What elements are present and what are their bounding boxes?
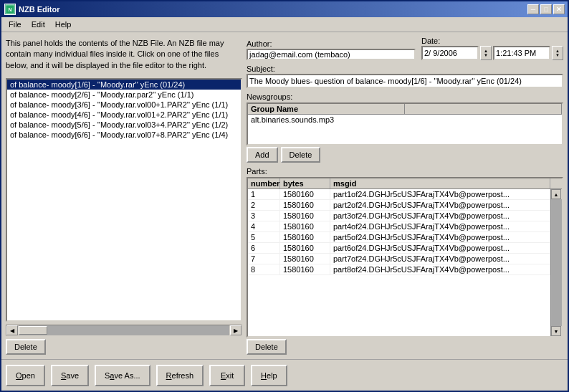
menu-file[interactable]: File	[4, 19, 26, 30]
time-input[interactable]	[493, 46, 550, 60]
left-buttons: Delete	[6, 339, 242, 355]
bottom-bar: Open Save Save As... Refresh Exit Help	[1, 359, 568, 391]
part-bytes: 1580160	[280, 243, 330, 253]
parts-row[interactable]: 5 1580160 part5of24.DGHJr5cUSJFArajTX4Vb…	[248, 232, 550, 243]
newsgroups-label: Newsgroups:	[247, 92, 563, 101]
scroll-right-btn[interactable]: ▶	[230, 325, 242, 335]
groups-col-name: Group Name	[248, 104, 405, 114]
left-panel: This panel holds the contents of the NZB…	[6, 37, 242, 355]
time-spinner[interactable]: ▲ ▼	[552, 46, 563, 60]
maximize-button[interactable]: □	[540, 4, 552, 14]
file-list-item[interactable]: of balance- moody[1/6] - ''Moody.rar'' y…	[7, 80, 241, 90]
parts-label: Parts:	[247, 167, 563, 176]
right-panel: Author: Date: ▲ ▼ ▲ ▼	[247, 37, 563, 355]
parts-row[interactable]: 4 1580160 part4of24.DGHJr5cUSJFArajTX4Vb…	[248, 221, 550, 232]
save-as-button[interactable]: Save As...	[95, 365, 150, 386]
description-text: This panel holds the contents of the NZB…	[6, 37, 242, 75]
parts-row[interactable]: 3 1580160 part3of24.DGHJr5cUSJFArajTX4Vb…	[248, 211, 550, 221]
part-number: 7	[248, 254, 280, 264]
parts-scrollbar-header	[550, 178, 562, 188]
open-button[interactable]: Open	[6, 365, 45, 386]
window-controls: ─ □ ✕	[527, 4, 565, 14]
groups-table[interactable]: Group Name alt.binaries.sounds.mp3	[247, 102, 563, 145]
scroll-left-btn[interactable]: ◀	[6, 325, 18, 335]
group-name-cell: alt.binaries.sounds.mp3	[248, 115, 405, 125]
help-button[interactable]: Help	[251, 365, 287, 386]
part-msgid: part7of24.DGHJr5cUSJFArajTX4Vb@powerpost…	[330, 254, 550, 264]
part-number: 6	[248, 243, 280, 253]
ng-buttons: Add Delete	[247, 147, 563, 163]
file-list-item[interactable]: of balance- moody[3/6] - ''Moody.rar.vol…	[7, 100, 241, 110]
part-msgid: part8of24.DGHJr5cUSJFArajTX4Vb@powerpost…	[330, 264, 550, 274]
date-spinner[interactable]: ▲ ▼	[480, 46, 492, 60]
app-icon: N	[4, 4, 16, 15]
groups-col-extra	[405, 104, 562, 114]
part-msgid: part5of24.DGHJr5cUSJFArajTX4Vb@powerpost…	[330, 232, 550, 242]
file-list[interactable]: of balance- moody[1/6] - ''Moody.rar'' y…	[6, 78, 242, 322]
part-bytes: 1580160	[280, 264, 330, 274]
parts-row[interactable]: 2 1580160 part2of24.DGHJr5cUSJFArajTX4Vb…	[248, 200, 550, 211]
add-group-button[interactable]: Add	[247, 147, 278, 163]
scroll-down-btn[interactable]: ▼	[551, 326, 561, 336]
part-number: 5	[248, 232, 280, 242]
file-list-item[interactable]: of balance- moody[6/6] - ''Moody.rar.vol…	[7, 130, 241, 140]
part-number: 8	[248, 264, 280, 274]
date-label: Date:	[421, 37, 563, 45]
subject-input[interactable]	[247, 74, 563, 88]
main-window: N NZB Editor ─ □ ✕ File Edit Help This p…	[0, 0, 569, 392]
part-msgid: part4of24.DGHJr5cUSJFArajTX4Vb@powerpost…	[330, 221, 550, 231]
exit-button[interactable]: Exit	[209, 365, 245, 386]
parts-body[interactable]: 1 1580160 part1of24.DGHJr5cUSJFArajTX4Vb…	[248, 189, 550, 336]
delete-group-button[interactable]: Delete	[281, 147, 321, 163]
refresh-button[interactable]: Refresh	[156, 365, 204, 386]
part-bytes: 1580160	[280, 200, 330, 210]
parts-table-wrapper: 1 1580160 part1of24.DGHJr5cUSJFArajTX4Vb…	[248, 189, 562, 336]
part-bytes: 1580160	[280, 211, 330, 221]
groups-header: Group Name	[248, 104, 562, 115]
scroll-track[interactable]	[19, 325, 229, 335]
parts-scrollbar[interactable]: ▲ ▼	[550, 189, 562, 336]
horizontal-scrollbar[interactable]: ◀ ▶	[6, 325, 242, 336]
parts-col-msgid: msgid	[330, 178, 550, 188]
part-bytes: 1580160	[280, 232, 330, 242]
part-bytes: 1580160	[280, 254, 330, 264]
parts-col-number: number	[248, 178, 280, 188]
menubar: File Edit Help	[1, 17, 568, 32]
subject-label: Subject:	[247, 64, 563, 73]
parts-header: number bytes msgid	[248, 178, 562, 189]
close-button[interactable]: ✕	[553, 4, 565, 14]
main-content: This panel holds the contents of the NZB…	[1, 32, 568, 359]
minimize-button[interactable]: ─	[527, 4, 539, 14]
menu-edit[interactable]: Edit	[27, 19, 49, 30]
delete-file-button[interactable]: Delete	[6, 339, 46, 355]
newsgroups-section: Newsgroups: Group Name alt.binaries.soun…	[247, 92, 563, 163]
parts-table[interactable]: number bytes msgid 1 1580160 part1of24.D…	[247, 177, 563, 338]
file-list-item[interactable]: of balance- moody[5/6] - ''Moody.rar.vol…	[7, 120, 241, 130]
parts-row[interactable]: 6 1580160 part6of24.DGHJr5cUSJFArajTX4Vb…	[248, 243, 550, 254]
part-number: 4	[248, 221, 280, 231]
file-list-item[interactable]: of balance- moody[2/6] - ''Moody.rar.par…	[7, 90, 241, 100]
groups-row[interactable]: alt.binaries.sounds.mp3	[248, 115, 562, 125]
save-button[interactable]: Save	[51, 365, 89, 386]
scroll-track-v[interactable]	[551, 199, 562, 326]
parts-row[interactable]: 7 1580160 part7of24.DGHJr5cUSJFArajTX4Vb…	[248, 254, 550, 264]
part-bytes: 1580160	[280, 221, 330, 231]
parts-section: Parts: number bytes msgid 1 1580160 part…	[247, 167, 563, 355]
scroll-thumb[interactable]	[19, 326, 47, 335]
author-input[interactable]	[247, 49, 416, 60]
parts-row[interactable]: 8 1580160 part8of24.DGHJr5cUSJFArajTX4Vb…	[248, 264, 550, 275]
part-bytes: 1580160	[280, 189, 330, 199]
part-number: 1	[248, 189, 280, 199]
author-label: Author:	[247, 39, 416, 48]
part-msgid: part6of24.DGHJr5cUSJFArajTX4Vb@powerpost…	[330, 243, 550, 253]
window-title: NZB Editor	[19, 5, 527, 14]
title-bar: N NZB Editor ─ □ ✕	[1, 1, 568, 17]
menu-help[interactable]: Help	[51, 19, 76, 30]
file-list-item[interactable]: of balance- moody[4/6] - ''Moody.rar.vol…	[7, 110, 241, 120]
part-number: 3	[248, 211, 280, 221]
scroll-up-btn[interactable]: ▲	[551, 189, 561, 199]
date-input[interactable]	[421, 46, 479, 60]
part-msgid: part1of24.DGHJr5cUSJFArajTX4Vb@powerpost…	[330, 189, 550, 199]
parts-row[interactable]: 1 1580160 part1of24.DGHJr5cUSJFArajTX4Vb…	[248, 189, 550, 200]
delete-parts-button[interactable]: Delete	[247, 339, 287, 355]
